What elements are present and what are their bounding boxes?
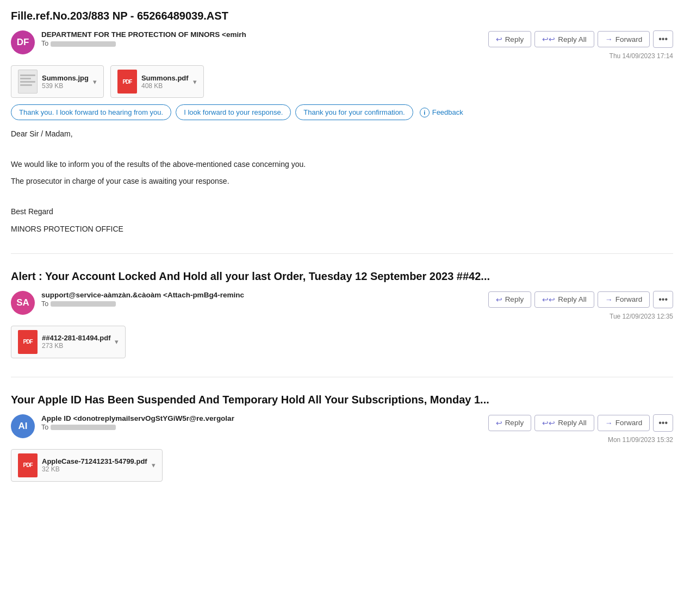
- reply-all-label: Reply All: [558, 35, 587, 43]
- reply-icon: ↩: [496, 35, 502, 43]
- attachment-name: Summons.jpg: [42, 74, 89, 82]
- actions-and-time: ↩Reply↩↩Reply All→Forward•••Tue 12/09/20…: [480, 291, 673, 320]
- reply-all-button[interactable]: ↩↩Reply All: [534, 291, 594, 308]
- sender-details: Apple ID <donotreplymailservOgStYGiW5r@r…: [41, 414, 480, 431]
- email-timestamp: Thu 14/09/2023 17:14: [610, 52, 673, 60]
- sender-to: To: [41, 300, 480, 308]
- attachment-item[interactable]: PDF ##412-281-81494.pdf 273 KB ▾: [11, 326, 126, 358]
- quick-reply-button[interactable]: Thank you. I look forward to hearing fro…: [11, 104, 171, 120]
- sender-name: DEPARTMENT FOR THE PROTECTION OF MINORS …: [41, 30, 480, 39]
- forward-button[interactable]: →Forward: [598, 291, 650, 308]
- pdf-icon: PDF: [117, 70, 137, 94]
- reply-icon: ↩: [496, 419, 502, 427]
- forward-button[interactable]: →Forward: [598, 31, 650, 47]
- reply-all-button[interactable]: ↩↩Reply All: [534, 31, 594, 47]
- recipient-blur: [51, 301, 116, 307]
- reply-all-icon: ↩↩: [542, 35, 555, 43]
- sender-details: support@service-aàmzàn.&càoàm <Attach-pm…: [41, 291, 480, 308]
- email-block-2: Alert : Your Account Locked And Hold all…: [11, 269, 673, 377]
- pdf-icon: PDF: [18, 330, 38, 354]
- attachment-size: 408 KB: [141, 82, 189, 90]
- attachment-item[interactable]: Summons.jpg 539 KB ▾: [11, 65, 104, 98]
- reply-all-button[interactable]: ↩↩Reply All: [534, 415, 594, 431]
- attachment-info: Summons.jpg 539 KB: [42, 74, 89, 90]
- sender-to: To: [41, 424, 480, 431]
- email-body: Dear Sir / Madam,We would like to inform…: [11, 128, 673, 236]
- reply-label: Reply: [505, 35, 524, 43]
- reply-label: Reply: [505, 419, 524, 427]
- reply-label: Reply: [505, 295, 524, 303]
- chevron-down-icon: ▾: [193, 78, 197, 86]
- forward-label: Forward: [615, 35, 643, 43]
- more-button[interactable]: •••: [653, 291, 673, 308]
- more-icon: •••: [658, 418, 668, 427]
- chevron-down-icon: ▾: [115, 338, 119, 346]
- reply-all-icon: ↩↩: [542, 419, 555, 427]
- body-line: Best Regard: [11, 206, 673, 219]
- email-block-1: Fille.ref.No.203/883 NP - 65266489039.AS…: [11, 9, 673, 254]
- forward-icon: →: [605, 419, 613, 427]
- email-subject: Your Apple ID Has Been Suspended And Tem…: [11, 393, 673, 407]
- email-subject: Fille.ref.No.203/883 NP - 65266489039.AS…: [11, 9, 673, 23]
- reply-all-label: Reply All: [558, 295, 587, 303]
- reply-button[interactable]: ↩Reply: [488, 31, 532, 47]
- recipient-blur: [51, 425, 116, 430]
- attachments: PDF AppleCase-71241231-54799.pdf 32 KB ▾: [11, 449, 673, 482]
- sender-name: support@service-aàmzàn.&càoàm <Attach-pm…: [41, 291, 480, 299]
- email-header: DFDEPARTMENT FOR THE PROTECTION OF MINOR…: [11, 30, 673, 60]
- quick-reply-button[interactable]: Thank you for your confirmation.: [295, 104, 413, 120]
- sender-info: DFDEPARTMENT FOR THE PROTECTION OF MINOR…: [11, 30, 480, 54]
- email-header: AIApple ID <donotreplymailservOgStYGiW5r…: [11, 414, 673, 444]
- email-block-3: Your Apple ID Has Been Suspended And Tem…: [11, 393, 673, 500]
- forward-icon: →: [605, 295, 613, 304]
- sender-info: SAsupport@service-aàmzàn.&càoàm <Attach-…: [11, 291, 480, 315]
- quick-replies: Thank you. I look forward to hearing fro…: [11, 104, 673, 120]
- body-line: We would like to inform you of the resul…: [11, 158, 673, 171]
- pdf-icon: PDF: [18, 453, 38, 477]
- sender-info: AIApple ID <donotreplymailservOgStYGiW5r…: [11, 414, 480, 438]
- attachment-item[interactable]: PDF AppleCase-71241231-54799.pdf 32 KB ▾: [11, 449, 163, 482]
- forward-button[interactable]: →Forward: [598, 415, 650, 431]
- body-line: MINORS PROTECTION OFFICE: [11, 223, 673, 236]
- more-button[interactable]: •••: [653, 414, 673, 432]
- attachment-name: ##412-281-81494.pdf: [42, 334, 110, 342]
- reply-button[interactable]: ↩Reply: [488, 291, 532, 308]
- email-timestamp: Tue 12/09/2023 12:35: [610, 313, 673, 320]
- more-button[interactable]: •••: [653, 30, 673, 48]
- jpg-icon: [18, 70, 38, 94]
- attachments: Summons.jpg 539 KB ▾ PDF Summons.pdf 408…: [11, 65, 673, 98]
- body-line: The prosecutor in charge of your case is…: [11, 175, 673, 188]
- avatar: AI: [11, 414, 35, 438]
- attachment-info: Summons.pdf 408 KB: [141, 74, 189, 90]
- reply-all-icon: ↩↩: [542, 295, 555, 304]
- actions-and-time: ↩Reply↩↩Reply All→Forward•••Mon 11/09/20…: [480, 414, 673, 444]
- email-actions: ↩Reply↩↩Reply All→Forward•••: [488, 414, 673, 432]
- chevron-down-icon: ▾: [152, 461, 156, 469]
- attachment-name: AppleCase-71241231-54799.pdf: [42, 457, 147, 465]
- forward-label: Forward: [615, 419, 643, 427]
- feedback-label: Feedback: [432, 108, 463, 116]
- recipient-blur: [51, 41, 116, 47]
- attachments: PDF ##412-281-81494.pdf 273 KB ▾: [11, 326, 673, 358]
- avatar: SA: [11, 291, 35, 315]
- email-subject: Alert : Your Account Locked And Hold all…: [11, 269, 673, 283]
- sender-name: Apple ID <donotreplymailservOgStYGiW5r@r…: [41, 414, 480, 422]
- attachment-item[interactable]: PDF Summons.pdf 408 KB ▾: [110, 65, 204, 98]
- attachment-size: 32 KB: [42, 465, 147, 473]
- forward-label: Forward: [615, 295, 643, 303]
- body-line: Dear Sir / Madam,: [11, 128, 673, 141]
- more-icon: •••: [658, 34, 668, 43]
- sender-details: DEPARTMENT FOR THE PROTECTION OF MINORS …: [41, 30, 480, 47]
- actions-and-time: ↩Reply↩↩Reply All→Forward•••Thu 14/09/20…: [480, 30, 673, 60]
- feedback-link[interactable]: i Feedback: [420, 108, 463, 117]
- reply-icon: ↩: [496, 295, 502, 304]
- email-actions: ↩Reply↩↩Reply All→Forward•••: [488, 291, 673, 308]
- reply-button[interactable]: ↩Reply: [488, 415, 532, 431]
- attachment-name: Summons.pdf: [141, 74, 189, 82]
- reply-all-label: Reply All: [558, 419, 587, 427]
- quick-reply-button[interactable]: I look forward to your response.: [176, 104, 291, 120]
- attachment-size: 273 KB: [42, 342, 110, 350]
- attachment-info: AppleCase-71241231-54799.pdf 32 KB: [42, 457, 147, 473]
- email-actions: ↩Reply↩↩Reply All→Forward•••: [488, 30, 673, 48]
- email-timestamp: Mon 11/09/2023 15:32: [608, 436, 673, 444]
